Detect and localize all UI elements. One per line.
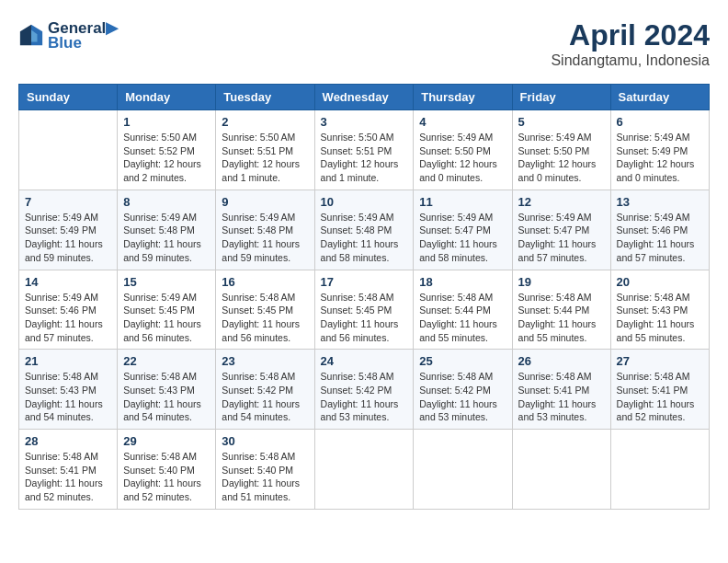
day-info: Sunrise: 5:49 AMSunset: 5:46 PMDaylight:… [617, 211, 703, 265]
day-number: 22 [123, 354, 210, 368]
calendar-cell: 8Sunrise: 5:49 AMSunset: 5:48 PMDaylight… [118, 190, 216, 270]
day-number: 20 [617, 275, 703, 289]
calendar-cell [512, 430, 610, 510]
week-row-2: 7Sunrise: 5:49 AMSunset: 5:49 PMDaylight… [19, 190, 710, 270]
day-number: 11 [419, 195, 506, 209]
day-number: 8 [123, 195, 210, 209]
calendar-cell: 9Sunrise: 5:49 AMSunset: 5:48 PMDaylight… [216, 190, 314, 270]
day-number: 17 [321, 275, 408, 289]
calendar-cell: 18Sunrise: 5:48 AMSunset: 5:44 PMDayligh… [414, 270, 512, 350]
logo: General▶ Blue [18, 18, 118, 52]
day-number: 29 [123, 434, 210, 448]
day-info: Sunrise: 5:49 AMSunset: 5:47 PMDaylight:… [518, 211, 605, 265]
day-header-monday: Monday [118, 85, 216, 110]
day-info: Sunrise: 5:49 AMSunset: 5:49 PMDaylight:… [617, 131, 703, 185]
calendar-cell: 28Sunrise: 5:48 AMSunset: 5:41 PMDayligh… [19, 430, 118, 510]
day-number: 3 [321, 115, 408, 129]
day-header-tuesday: Tuesday [216, 85, 314, 110]
day-number: 18 [419, 275, 506, 289]
day-info: Sunrise: 5:49 AMSunset: 5:50 PMDaylight:… [419, 131, 506, 185]
calendar-cell: 21Sunrise: 5:48 AMSunset: 5:43 PMDayligh… [19, 350, 118, 430]
page-header: General▶ Blue April 2024 Sindangtamu, In… [18, 18, 710, 69]
day-number: 5 [518, 115, 605, 129]
day-number: 15 [123, 275, 210, 289]
calendar-cell: 6Sunrise: 5:49 AMSunset: 5:49 PMDaylight… [610, 110, 709, 190]
calendar-table: SundayMondayTuesdayWednesdayThursdayFrid… [18, 84, 710, 510]
day-info: Sunrise: 5:49 AMSunset: 5:48 PMDaylight:… [222, 211, 308, 265]
day-info: Sunrise: 5:48 AMSunset: 5:42 PMDaylight:… [419, 370, 506, 424]
day-info: Sunrise: 5:49 AMSunset: 5:46 PMDaylight:… [25, 291, 111, 345]
calendar-cell: 23Sunrise: 5:48 AMSunset: 5:42 PMDayligh… [216, 350, 314, 430]
calendar-cell: 13Sunrise: 5:49 AMSunset: 5:46 PMDayligh… [610, 190, 709, 270]
calendar-cell: 14Sunrise: 5:49 AMSunset: 5:46 PMDayligh… [19, 270, 118, 350]
day-number: 28 [25, 434, 111, 448]
calendar-cell: 7Sunrise: 5:49 AMSunset: 5:49 PMDaylight… [19, 190, 118, 270]
title-block: April 2024 Sindangtamu, Indonesia [551, 18, 710, 69]
logo-text: General▶ Blue [48, 18, 118, 52]
calendar-cell: 16Sunrise: 5:48 AMSunset: 5:45 PMDayligh… [216, 270, 314, 350]
calendar-cell [19, 110, 118, 190]
day-number: 6 [617, 115, 703, 129]
day-number: 12 [518, 195, 605, 209]
day-info: Sunrise: 5:48 AMSunset: 5:43 PMDaylight:… [123, 370, 210, 424]
calendar-cell: 1Sunrise: 5:50 AMSunset: 5:52 PMDaylight… [118, 110, 216, 190]
calendar-cell [414, 430, 512, 510]
day-number: 23 [222, 354, 308, 368]
day-number: 10 [321, 195, 408, 209]
day-number: 27 [617, 354, 703, 368]
day-info: Sunrise: 5:50 AMSunset: 5:51 PMDaylight:… [222, 131, 308, 185]
calendar-cell: 10Sunrise: 5:49 AMSunset: 5:48 PMDayligh… [314, 190, 414, 270]
day-info: Sunrise: 5:48 AMSunset: 5:44 PMDaylight:… [518, 291, 605, 345]
calendar-cell: 27Sunrise: 5:48 AMSunset: 5:41 PMDayligh… [610, 350, 709, 430]
day-number: 9 [222, 195, 308, 209]
week-row-3: 14Sunrise: 5:49 AMSunset: 5:46 PMDayligh… [19, 270, 710, 350]
month-title: April 2024 [551, 18, 710, 52]
day-number: 14 [25, 275, 111, 289]
day-header-saturday: Saturday [610, 85, 709, 110]
day-info: Sunrise: 5:49 AMSunset: 5:48 PMDaylight:… [123, 211, 210, 265]
day-header-wednesday: Wednesday [314, 85, 414, 110]
day-info: Sunrise: 5:50 AMSunset: 5:51 PMDaylight:… [321, 131, 408, 185]
calendar-cell: 2Sunrise: 5:50 AMSunset: 5:51 PMDaylight… [216, 110, 314, 190]
week-row-1: 1Sunrise: 5:50 AMSunset: 5:52 PMDaylight… [19, 110, 710, 190]
day-number: 1 [123, 115, 210, 129]
week-row-4: 21Sunrise: 5:48 AMSunset: 5:43 PMDayligh… [19, 350, 710, 430]
day-info: Sunrise: 5:48 AMSunset: 5:40 PMDaylight:… [222, 450, 308, 504]
calendar-cell: 12Sunrise: 5:49 AMSunset: 5:47 PMDayligh… [512, 190, 610, 270]
calendar-cell: 24Sunrise: 5:48 AMSunset: 5:42 PMDayligh… [314, 350, 414, 430]
day-info: Sunrise: 5:48 AMSunset: 5:43 PMDaylight:… [25, 370, 111, 424]
day-info: Sunrise: 5:49 AMSunset: 5:49 PMDaylight:… [25, 211, 111, 265]
week-row-5: 28Sunrise: 5:48 AMSunset: 5:41 PMDayligh… [19, 430, 710, 510]
day-number: 30 [222, 434, 308, 448]
day-info: Sunrise: 5:49 AMSunset: 5:45 PMDaylight:… [123, 291, 210, 345]
day-number: 4 [419, 115, 506, 129]
day-info: Sunrise: 5:48 AMSunset: 5:43 PMDaylight:… [617, 291, 703, 345]
calendar-cell: 25Sunrise: 5:48 AMSunset: 5:42 PMDayligh… [414, 350, 512, 430]
day-info: Sunrise: 5:48 AMSunset: 5:40 PMDaylight:… [123, 450, 210, 504]
calendar-cell: 26Sunrise: 5:48 AMSunset: 5:41 PMDayligh… [512, 350, 610, 430]
calendar-cell: 17Sunrise: 5:48 AMSunset: 5:45 PMDayligh… [314, 270, 414, 350]
calendar-header-row: SundayMondayTuesdayWednesdayThursdayFrid… [19, 85, 710, 110]
calendar-cell: 29Sunrise: 5:48 AMSunset: 5:40 PMDayligh… [118, 430, 216, 510]
calendar-cell: 4Sunrise: 5:49 AMSunset: 5:50 PMDaylight… [414, 110, 512, 190]
svg-marker-1 [20, 24, 31, 44]
day-info: Sunrise: 5:48 AMSunset: 5:45 PMDaylight:… [321, 291, 408, 345]
day-number: 24 [321, 354, 408, 368]
day-info: Sunrise: 5:49 AMSunset: 5:47 PMDaylight:… [419, 211, 506, 265]
day-info: Sunrise: 5:48 AMSunset: 5:41 PMDaylight:… [25, 450, 111, 504]
day-number: 16 [222, 275, 308, 289]
day-info: Sunrise: 5:48 AMSunset: 5:42 PMDaylight:… [321, 370, 408, 424]
day-info: Sunrise: 5:48 AMSunset: 5:45 PMDaylight:… [222, 291, 308, 345]
calendar-cell: 22Sunrise: 5:48 AMSunset: 5:43 PMDayligh… [118, 350, 216, 430]
calendar-cell: 20Sunrise: 5:48 AMSunset: 5:43 PMDayligh… [610, 270, 709, 350]
day-number: 13 [617, 195, 703, 209]
day-info: Sunrise: 5:49 AMSunset: 5:50 PMDaylight:… [518, 131, 605, 185]
calendar-cell [314, 430, 414, 510]
day-info: Sunrise: 5:48 AMSunset: 5:42 PMDaylight:… [222, 370, 308, 424]
calendar-cell [610, 430, 709, 510]
day-info: Sunrise: 5:48 AMSunset: 5:44 PMDaylight:… [419, 291, 506, 345]
calendar-cell: 19Sunrise: 5:48 AMSunset: 5:44 PMDayligh… [512, 270, 610, 350]
calendar-cell: 30Sunrise: 5:48 AMSunset: 5:40 PMDayligh… [216, 430, 314, 510]
day-number: 21 [25, 354, 111, 368]
calendar-cell: 15Sunrise: 5:49 AMSunset: 5:45 PMDayligh… [118, 270, 216, 350]
